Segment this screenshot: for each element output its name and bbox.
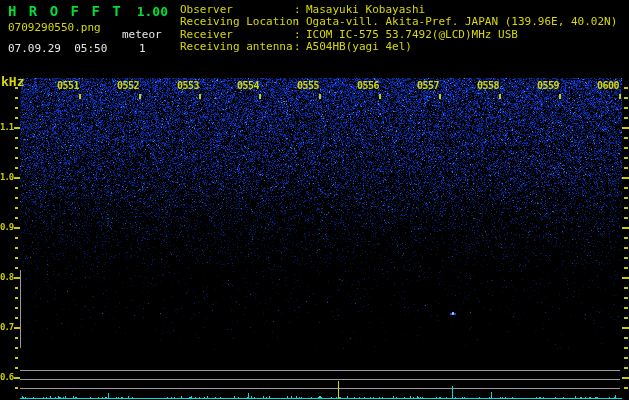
output-filename: 0709290550.png	[8, 21, 101, 34]
info-label: Receiving antenna	[180, 41, 294, 53]
hrofft-spectrogram-image: H R O F F T1.00 0709290550.png meteor 07…	[0, 0, 629, 400]
app-name: H R O F F T	[8, 3, 123, 19]
info-row-antenna: Receiving antenna:A504HB(yagi 4el)	[180, 41, 617, 53]
time-tick-label: 0554	[226, 80, 270, 91]
info-value: A504HB(yagi 4el)	[306, 41, 412, 53]
time-tick-label: 0551	[46, 80, 90, 91]
freq-tick-label: 1.0	[0, 172, 13, 182]
info-separator: :	[294, 16, 306, 28]
app-version: 1.00	[137, 4, 168, 19]
freq-tick-label: 0.7	[0, 322, 13, 332]
mode-label: meteor	[122, 28, 162, 41]
freq-tick-label: 1.1	[0, 122, 13, 132]
app-title: H R O F F T1.00	[8, 3, 168, 19]
time-tick-label: 0555	[286, 80, 330, 91]
spectrogram-plot	[0, 0, 629, 400]
time-tick-label: 0557	[406, 80, 450, 91]
info-label: Receiving Location	[180, 16, 294, 28]
freq-tick-label: 0.8	[0, 272, 13, 282]
freq-tick-label: 0.6	[0, 372, 13, 382]
meteor-count: 1	[139, 42, 146, 55]
freq-axis-unit-label: kHz	[1, 74, 24, 89]
time-tick-label: 0600	[586, 80, 629, 91]
info-separator: :	[294, 41, 306, 53]
time-tick-label: 0558	[466, 80, 510, 91]
observation-datetime: 07.09.29 05:50	[8, 42, 107, 55]
time-tick-label: 0552	[106, 80, 150, 91]
time-tick-label: 0556	[346, 80, 390, 91]
info-row-location: Receiving Location:Ogata-vill. Akita-Pre…	[180, 16, 617, 28]
info-value: Ogata-vill. Akita-Pref. JAPAN (139.96E, …	[306, 16, 617, 28]
freq-tick-label: 0.9	[0, 222, 13, 232]
time-tick-label: 0553	[166, 80, 210, 91]
station-info: Observer:Masayuki Kobayashi Receiving Lo…	[180, 4, 617, 54]
time-tick-label: 0559	[526, 80, 570, 91]
